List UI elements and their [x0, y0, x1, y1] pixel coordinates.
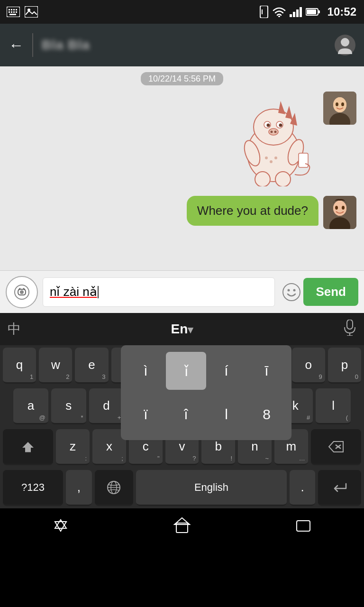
svg-rect-7 — [13, 11, 15, 13]
svg-rect-2 — [11, 9, 12, 10]
svg-rect-16 — [293, 12, 295, 17]
svg-point-42 — [274, 156, 277, 159]
accent-char-acute[interactable]: í — [206, 352, 246, 390]
user-avatar-icon — [337, 36, 353, 54]
key-period[interactable]: . — [290, 470, 315, 506]
accent-char-caron[interactable]: ǐ — [166, 352, 206, 390]
enter-icon — [333, 482, 347, 493]
emoji-icon — [282, 283, 301, 302]
accent-row-bottom: ï î l 8 — [121, 393, 291, 436]
input-bar: nǐ zài nǎ Send — [0, 270, 364, 313]
message-bubble: Where you at dude? — [187, 196, 318, 226]
svg-point-40 — [265, 156, 268, 159]
key-globe[interactable] — [95, 470, 134, 506]
key-enter[interactable] — [318, 470, 361, 506]
key-s[interactable]: s* — [51, 388, 86, 424]
svg-point-35 — [267, 124, 270, 127]
key-backspace[interactable] — [311, 429, 361, 465]
svg-marker-25 — [278, 101, 285, 114]
key-l[interactable]: l( — [316, 388, 351, 424]
svg-rect-4 — [16, 9, 17, 10]
svg-point-47 — [336, 102, 338, 106]
svg-point-38 — [271, 131, 273, 133]
svg-rect-3 — [13, 9, 15, 10]
text-input-field[interactable]: nǐ zài nǎ — [43, 277, 275, 307]
svg-point-57 — [283, 284, 300, 301]
accent-char-grave[interactable]: ì — [126, 352, 166, 390]
svg-rect-15 — [290, 14, 292, 17]
svg-rect-17 — [296, 9, 299, 17]
nav-home-icon — [173, 516, 191, 535]
chinese-lang-button[interactable]: 中 — [8, 320, 21, 338]
send-button[interactable]: Send — [303, 278, 358, 306]
keyboard-row-4: ?123 , English . — [0, 468, 364, 508]
svg-rect-73 — [297, 521, 310, 531]
nav-home-button[interactable] — [173, 516, 191, 539]
status-left-icons — [7, 6, 38, 18]
status-bar: 10:52 — [0, 0, 364, 24]
key-z[interactable]: z: — [56, 429, 90, 465]
svg-point-54 — [342, 206, 345, 210]
back-button[interactable]: ← — [9, 37, 24, 54]
dinosaur-sticker — [228, 92, 318, 186]
accent-char-circumflex[interactable]: î — [166, 395, 206, 433]
svg-point-59 — [293, 289, 296, 291]
svg-point-14 — [278, 16, 280, 17]
wifi-icon — [273, 7, 286, 17]
key-shift[interactable] — [3, 429, 53, 465]
svg-rect-12 — [260, 6, 268, 18]
status-time: 10:52 — [328, 5, 356, 18]
nav-back-button[interactable] — [51, 516, 70, 539]
contact-name: Bla Bla — [42, 37, 335, 53]
shift-icon — [21, 441, 35, 452]
svg-rect-8 — [16, 11, 17, 13]
svg-point-48 — [341, 102, 344, 106]
key-a[interactable]: a@ — [13, 388, 48, 424]
key-w[interactable]: w2 — [39, 348, 72, 384]
key-q[interactable]: q1 — [3, 348, 36, 384]
svg-point-53 — [335, 206, 338, 210]
accent-char-diaeresis[interactable]: ï — [126, 395, 166, 433]
nav-recent-icon — [294, 516, 313, 535]
svg-point-36 — [279, 124, 282, 127]
english-lang-button[interactable]: En▾ — [171, 322, 193, 337]
key-comma[interactable]: , — [66, 470, 91, 506]
nav-recent-button[interactable] — [294, 516, 313, 539]
key-e[interactable]: e3 — [75, 348, 108, 384]
accent-char-l[interactable]: l — [206, 395, 246, 433]
profile-icon[interactable] — [335, 35, 355, 55]
sim-icon — [259, 6, 269, 18]
key-space[interactable]: English — [136, 470, 287, 506]
key-symbols[interactable]: ?123 — [3, 470, 63, 506]
svg-point-41 — [270, 160, 273, 163]
svg-point-37 — [269, 129, 278, 135]
keyboard-mic-button[interactable] — [343, 320, 356, 339]
accent-popup[interactable]: ì ǐ í ī ï î l 8 — [121, 345, 291, 440]
mic-button[interactable] — [6, 276, 38, 308]
accent-char-macron[interactable]: ī — [246, 352, 287, 390]
timestamp: 10/22/14 5:56 PM — [0, 74, 364, 84]
accent-char-8[interactable]: 8 — [246, 395, 287, 433]
svg-rect-1 — [9, 9, 10, 10]
svg-rect-5 — [9, 11, 10, 13]
status-right-icons: 10:52 — [259, 5, 356, 18]
key-p[interactable]: p0 — [328, 348, 361, 384]
svg-rect-9 — [9, 14, 16, 15]
key-d[interactable]: d+ — [89, 388, 124, 424]
mic-icon — [14, 285, 29, 300]
emoji-button[interactable] — [280, 280, 303, 304]
key-o[interactable]: o9 — [292, 348, 325, 384]
keyboard-icon — [7, 7, 20, 17]
svg-point-56 — [20, 290, 24, 294]
svg-point-32 — [275, 172, 291, 186]
svg-rect-30 — [299, 153, 308, 167]
sticker-message — [0, 84, 364, 186]
svg-marker-63 — [22, 442, 34, 451]
svg-marker-26 — [285, 106, 292, 119]
svg-rect-60 — [347, 320, 353, 329]
sticker-image — [228, 92, 318, 186]
signal-icon — [290, 7, 302, 17]
nav-bar: ← Bla Bla — [0, 24, 364, 66]
image-icon — [25, 6, 38, 18]
outgoing-message: Where you at dude? — [0, 186, 364, 229]
